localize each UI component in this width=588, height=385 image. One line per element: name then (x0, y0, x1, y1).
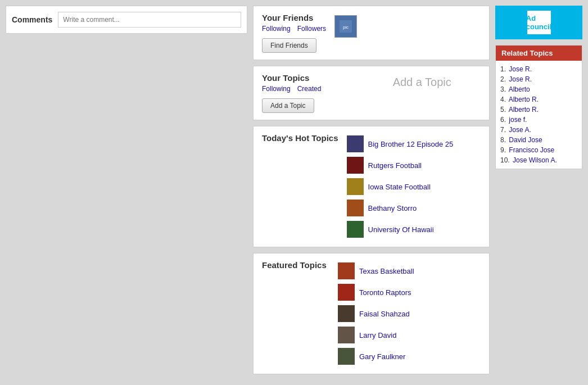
topic-link[interactable]: Big Brother 12 Episode 25 (368, 140, 454, 148)
related-topic-num: 1. (500, 65, 506, 73)
topic-thumb (347, 135, 364, 152)
svg-rect-9 (338, 284, 355, 301)
ad-banner: Adcouncil (495, 6, 582, 39)
related-topic-item: 3. Alberto (500, 84, 577, 94)
your-topics-card: Your Topics Following Created Add a Topi… (253, 66, 490, 120)
svg-rect-3 (347, 135, 364, 152)
hot-topic-item: Big Brother 12 Episode 25 (347, 133, 481, 155)
svg-rect-12 (338, 348, 355, 365)
topic-thumb (347, 221, 364, 238)
related-topic-item: 1. Jose R. (500, 64, 577, 74)
topic-thumb (338, 262, 355, 279)
featured-topic-item: Gary Faulkner (338, 346, 481, 367)
svg-rect-5 (347, 178, 364, 195)
hot-topics-list: Big Brother 12 Episode 25 Rutgers Footba… (347, 133, 481, 240)
topic-thumb (338, 305, 355, 322)
comments-label: Comments (12, 15, 52, 24)
svg-rect-11 (338, 327, 355, 343)
svg-rect-6 (347, 200, 364, 216)
add-topic-cta[interactable]: Add a Topic (393, 76, 451, 89)
related-topic-link[interactable]: Jose A. (509, 126, 531, 134)
svg-rect-4 (347, 157, 364, 174)
related-topic-num: 3. (500, 85, 506, 93)
related-topic-num: 5. (500, 106, 506, 114)
comment-input[interactable] (58, 12, 241, 28)
svg-text:pic: pic (343, 25, 349, 30)
topic-thumb (338, 327, 355, 343)
featured-topic-item: Toronto Raptors (338, 282, 481, 303)
related-topic-num: 9. (500, 146, 506, 154)
your-friends-title: Your Friends (262, 13, 326, 22)
topics-following-link[interactable]: Following (262, 85, 291, 93)
topic-link[interactable]: University Of Hawaii (368, 225, 434, 234)
related-topic-link[interactable]: Alberto R. (509, 106, 539, 114)
related-topic-num: 6. (500, 116, 506, 124)
related-topic-link[interactable]: Francisco Jose (509, 146, 554, 154)
ad-text: Adcouncil (526, 14, 552, 31)
related-topic-link[interactable]: Jose R. (509, 75, 532, 83)
friends-followers-link[interactable]: Followers (297, 25, 326, 33)
topic-link[interactable]: Gary Faulkner (359, 352, 405, 361)
related-topic-link[interactable]: David Jose (509, 136, 542, 144)
topic-link[interactable]: Faisal Shahzad (359, 310, 410, 318)
related-topic-num: 2. (500, 75, 506, 83)
related-topic-link[interactable]: Alberto R. (509, 96, 539, 103)
featured-topic-item: Larry David (338, 324, 481, 346)
related-topic-item: 6. jose f. (500, 115, 577, 125)
related-topic-item: 4. Alberto R. (500, 94, 577, 105)
related-topic-num: 8. (500, 136, 506, 144)
related-topic-num: 7. (500, 126, 506, 134)
topic-thumb (338, 284, 355, 301)
featured-topics-title: Featured Topics (262, 260, 329, 270)
related-topics-box: Related Topics 1. Jose R.2. Jose R.3. Al… (495, 45, 582, 169)
friend-avatar: pic (334, 15, 357, 38)
topic-thumb (347, 157, 364, 174)
related-topic-link[interactable]: Jose Wilson A. (513, 156, 557, 164)
featured-topic-item: Faisal Shahzad (338, 303, 481, 324)
hot-topic-item: Iowa State Football (347, 176, 481, 197)
related-topic-num: 4. (500, 96, 506, 103)
hot-topic-item: Rutgers Football (347, 155, 481, 176)
related-topic-item: 8. David Jose (500, 135, 577, 145)
topics-created-link[interactable]: Created (297, 85, 322, 93)
featured-topics-card: Featured Topics Texas Basketball Toronto… (253, 253, 490, 374)
related-topic-num: 10. (500, 156, 510, 164)
svg-rect-7 (347, 221, 364, 238)
related-topic-link[interactable]: Alberto (509, 85, 530, 93)
related-topic-link[interactable]: jose f. (509, 116, 527, 124)
topic-link[interactable]: Bethany Storro (368, 204, 417, 212)
hot-topic-item: University Of Hawaii (347, 219, 481, 240)
related-topic-item: 9. Francisco Jose (500, 145, 577, 155)
featured-topics-list: Texas Basketball Toronto Raptors Faisal … (338, 260, 481, 367)
friends-following-link[interactable]: Following (262, 25, 291, 33)
svg-rect-8 (338, 262, 355, 279)
comments-section: Comments (6, 6, 247, 34)
topic-link[interactable]: Iowa State Football (368, 183, 431, 191)
related-topics-list: 1. Jose R.2. Jose R.3. Alberto4. Alberto… (496, 61, 582, 169)
hot-topics-title: Today's Hot Topics (262, 133, 338, 143)
related-topic-link[interactable]: Jose R. (509, 65, 532, 73)
topic-thumb (338, 348, 355, 365)
add-topic-button[interactable]: Add a Topic (262, 98, 314, 113)
topic-link[interactable]: Toronto Raptors (359, 288, 411, 297)
related-topic-item: 10. Jose Wilson A. (500, 155, 577, 165)
ad-inner: Adcouncil (527, 11, 551, 34)
topic-link[interactable]: Texas Basketball (359, 267, 414, 275)
hot-topics-card: Today's Hot Topics Big Brother 12 Episod… (253, 126, 490, 247)
related-topics-header: Related Topics (496, 46, 582, 61)
related-topic-item: 5. Alberto R. (500, 105, 577, 115)
topic-link[interactable]: Rutgers Football (368, 161, 422, 170)
svg-rect-10 (338, 305, 355, 322)
hot-topic-item: Bethany Storro (347, 197, 481, 219)
your-friends-card: Your Friends Following Followers Find Fr… (253, 6, 490, 60)
featured-topic-item: Texas Basketball (338, 260, 481, 282)
related-topic-item: 7. Jose A. (500, 125, 577, 135)
topic-thumb (347, 200, 364, 216)
find-friends-button[interactable]: Find Friends (262, 38, 316, 53)
related-topic-item: 2. Jose R. (500, 74, 577, 84)
topic-link[interactable]: Larry David (359, 331, 396, 339)
topic-thumb (347, 178, 364, 195)
your-topics-title: Your Topics (262, 73, 321, 83)
